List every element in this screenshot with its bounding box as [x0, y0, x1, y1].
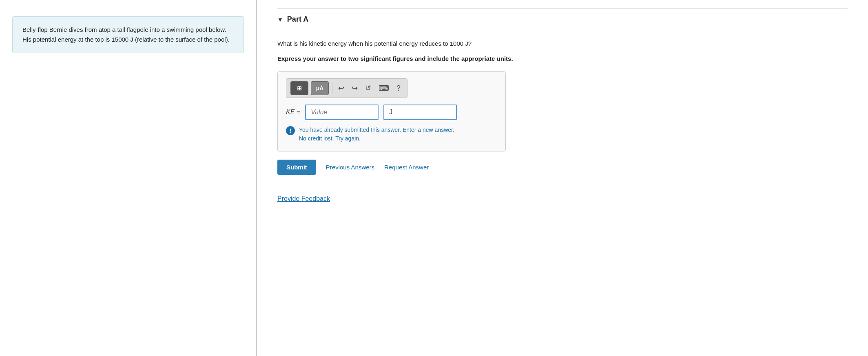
undo-icon: ↩ — [338, 84, 344, 93]
toolbar-separator — [332, 82, 332, 94]
left-panel: Belly-flop Bernie dives from atop a tall… — [0, 0, 257, 356]
problem-text: Belly-flop Bernie dives from atop a tall… — [22, 26, 230, 43]
reset-button[interactable]: ↺ — [363, 82, 374, 94]
info-text: You have already submitted this answer. … — [299, 126, 454, 143]
value-input[interactable] — [305, 105, 379, 120]
part-header: ▼ Part A — [277, 8, 848, 28]
submit-button[interactable]: Submit — [277, 160, 316, 175]
matrix-icon: ⊞ — [297, 85, 302, 91]
toolbar: ⊞ μÅ ↩ ↪ ↺ ⌨ ? — [286, 78, 407, 98]
info-icon: ! — [286, 126, 295, 135]
provide-feedback-link[interactable]: Provide Feedback — [277, 195, 330, 202]
info-message: ! You have already submitted this answer… — [286, 126, 497, 143]
part-label: Part A — [287, 15, 308, 24]
equation-label: KE = — [286, 109, 300, 116]
request-answer-link[interactable]: Request Answer — [384, 164, 429, 171]
reset-icon: ↺ — [365, 84, 371, 93]
help-button[interactable]: ? — [394, 82, 403, 94]
right-panel: ▼ Part A What is his kinetic energy when… — [257, 0, 868, 356]
chevron-down-icon[interactable]: ▼ — [277, 16, 283, 23]
question-text: What is his kinetic energy when his pote… — [277, 39, 848, 49]
question-instruction: Express your answer to two significant f… — [277, 54, 848, 64]
unit-input[interactable] — [383, 105, 457, 120]
info-line1: You have already submitted this answer. … — [299, 127, 454, 133]
action-row: Submit Previous Answers Request Answer — [277, 160, 848, 175]
redo-button[interactable]: ↪ — [349, 82, 360, 94]
equation-row: KE = — [286, 105, 497, 120]
mu-button[interactable]: μÅ — [311, 81, 329, 95]
problem-box: Belly-flop Bernie dives from atop a tall… — [12, 16, 244, 53]
undo-button[interactable]: ↩ — [336, 82, 347, 94]
previous-answers-link[interactable]: Previous Answers — [326, 164, 374, 171]
answer-container: ⊞ μÅ ↩ ↪ ↺ ⌨ ? KE = — [277, 71, 506, 151]
info-line2: No credit lost. Try again. — [299, 135, 361, 142]
redo-icon: ↪ — [352, 84, 358, 93]
matrix-button[interactable]: ⊞ — [290, 81, 308, 95]
keyboard-button[interactable]: ⌨ — [376, 82, 392, 94]
keyboard-icon: ⌨ — [379, 84, 389, 93]
mu-icon: μÅ — [316, 85, 324, 91]
help-icon: ? — [396, 84, 401, 93]
